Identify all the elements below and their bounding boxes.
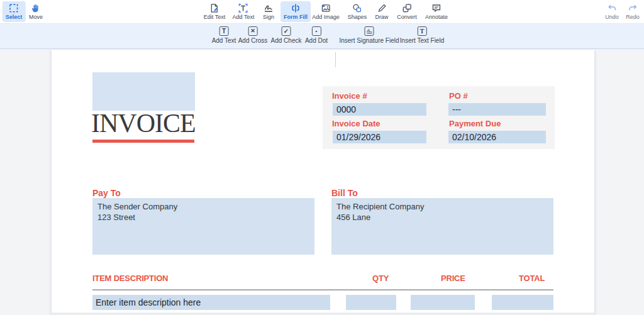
undo-icon (606, 3, 617, 13)
formfill-add-check-button[interactable]: ✓ Add Check (271, 26, 302, 47)
next-row-edge (52, 312, 594, 315)
draw-label: Draw (375, 14, 388, 20)
undo-button[interactable]: Undo (602, 1, 622, 22)
invoice-number-field[interactable]: 0000 (333, 103, 426, 116)
image-icon (321, 3, 331, 13)
toolbar-divider (335, 52, 336, 67)
bill-to-line2: 456 Lane (336, 212, 548, 223)
invoice-page: INVOICE Invoice # PO # 0000 --- Invoice … (52, 50, 594, 315)
shapes-label: Shapes (348, 14, 367, 20)
select-button[interactable]: Select (3, 1, 26, 22)
title-underline (92, 140, 194, 143)
po-number-field[interactable]: --- (448, 103, 546, 116)
formfill-add-dot-button[interactable]: • Add Dot (305, 26, 328, 47)
logo-placeholder[interactable] (92, 72, 195, 111)
convert-button[interactable]: Convert (394, 1, 420, 22)
convert-icon (401, 3, 412, 13)
pay-to-line2: 123 Street (97, 212, 309, 223)
pay-to-label: Pay To (92, 188, 121, 198)
invoice-date-label: Invoice Date (332, 119, 380, 128)
main-toolbar: Select Move Edit Text Add Text Sign (0, 0, 644, 24)
invoice-number-label: Invoice # (332, 92, 367, 100)
undo-label: Undo (605, 14, 619, 20)
shapes-icon (352, 3, 363, 13)
hand-icon (30, 3, 41, 13)
pay-to-line1: The Sender Company (97, 201, 309, 212)
item-price-field[interactable] (411, 295, 475, 310)
boxed-dot-icon: • (311, 26, 321, 36)
table-header-rule (92, 289, 553, 290)
add-text-button[interactable]: Add Text (230, 1, 258, 22)
formfill-add-text-button[interactable]: T Add Text (212, 26, 236, 47)
invoice-title: INVOICE (91, 109, 248, 137)
redo-label: Redo (626, 14, 640, 20)
add-image-label: Add Image (312, 14, 340, 20)
formfill-add-cross-button[interactable]: ✕ Add Cross (238, 26, 268, 47)
invoice-date-field[interactable]: 01/29/2026 (333, 131, 426, 143)
insert-text-field-label: Insert Text Field (400, 37, 444, 44)
annotate-button[interactable]: Annotate (422, 1, 451, 22)
form-fill-button[interactable]: Form Fill (280, 1, 311, 22)
boxed-check-icon: ✓ (281, 26, 291, 36)
insert-text-field-button[interactable]: T Insert Text Field (400, 26, 444, 47)
select-label: Select (6, 14, 23, 20)
add-image-button[interactable]: Add Image (309, 1, 343, 22)
add-text-icon (238, 3, 248, 13)
boxed-cross-icon: ✕ (248, 26, 258, 36)
signature-icon (263, 3, 274, 13)
formfill-add-check-label: Add Check (271, 37, 302, 44)
bill-to-label: Bill To (331, 188, 358, 198)
redo-icon (627, 3, 638, 13)
item-total-field[interactable] (492, 295, 553, 310)
formfill-add-dot-label: Add Dot (305, 37, 328, 44)
edit-text-icon (209, 3, 219, 13)
select-icon (9, 3, 19, 13)
pay-to-field[interactable]: The Sender Company 123 Street (92, 198, 314, 255)
item-description-header: ITEM DESCRIPTION (92, 274, 168, 283)
pdf-editor-app: Select Move Edit Text Add Text Sign (0, 0, 644, 315)
draw-button[interactable]: Draw (372, 1, 391, 22)
item-qty-field[interactable] (346, 295, 396, 310)
edit-text-button[interactable]: Edit Text (201, 1, 228, 22)
formfill-add-text-label: Add Text (212, 37, 236, 44)
formfill-add-cross-label: Add Cross (238, 37, 268, 44)
document-canvas[interactable]: INVOICE Invoice # PO # 0000 --- Invoice … (0, 49, 644, 315)
price-header: PRICE (441, 274, 465, 283)
payment-due-field[interactable]: 02/10/2026 (448, 131, 546, 143)
item-description-field[interactable]: Enter item description here (92, 295, 330, 310)
annotate-label: Annotate (425, 14, 448, 20)
payment-due-label: Payment Due (449, 119, 501, 128)
insert-signature-field-label: Insert Signature Field (339, 37, 399, 44)
insert-signature-field-button[interactable]: Insert Signature Field (339, 26, 399, 47)
shapes-button[interactable]: Shapes (345, 1, 370, 22)
add-text-label: Add Text (233, 14, 255, 20)
total-header: TOTAL (519, 274, 545, 283)
sign-button[interactable]: Sign (260, 1, 277, 22)
signature-field-icon (365, 26, 374, 36)
redo-button[interactable]: Redo (623, 1, 643, 22)
boxed-t-icon: T (219, 26, 228, 36)
edit-text-label: Edit Text (204, 14, 225, 20)
move-label: Move (29, 14, 43, 20)
sign-label: Sign (263, 14, 274, 20)
move-button[interactable]: Move (26, 1, 46, 22)
bill-to-field[interactable]: The Recipient Company 456 Lane (331, 198, 553, 255)
bill-to-line1: The Recipient Company (336, 201, 548, 212)
po-number-label: PO # (449, 92, 468, 100)
form-fill-toolbar: T Add Text ✕ Add Cross ✓ Add Check • Add… (0, 24, 644, 49)
convert-label: Convert (397, 14, 417, 20)
qty-header: QTY (372, 274, 389, 283)
speech-bubble-icon (431, 3, 442, 13)
text-field-icon: T (418, 26, 427, 36)
form-fill-icon (291, 3, 301, 13)
form-fill-label: Form Fill (284, 14, 308, 20)
pencil-icon (376, 3, 387, 13)
